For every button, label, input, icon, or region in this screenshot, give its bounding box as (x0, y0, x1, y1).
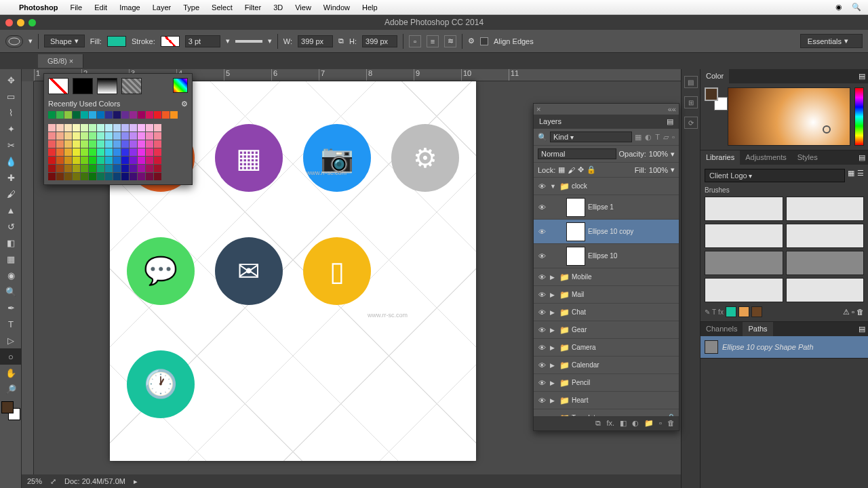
swatch-color[interactable] (121, 157, 129, 164)
swatch-color[interactable] (130, 140, 137, 148)
swatch-color[interactable] (97, 140, 104, 148)
swatch-color[interactable] (73, 132, 80, 140)
brush-preset[interactable] (786, 278, 865, 302)
layer-thumbnail[interactable] (566, 247, 585, 266)
lock-pos-icon[interactable]: ✥ (578, 165, 584, 174)
swatch-color[interactable] (56, 157, 64, 164)
swatch-color[interactable] (121, 173, 129, 180)
swatch-color[interactable] (130, 111, 137, 119)
menu-3d[interactable]: 3D (273, 3, 283, 12)
layer-name[interactable]: Templates (572, 414, 603, 416)
warning-icon[interactable]: ⚠ (843, 308, 850, 317)
swatch-color[interactable] (130, 173, 137, 180)
swatch-color[interactable] (154, 148, 161, 156)
brush-preset[interactable] (705, 197, 783, 221)
swatch-color[interactable] (81, 140, 88, 148)
color-chip[interactable] (726, 306, 736, 317)
properties-icon[interactable]: ⊞ (684, 96, 698, 108)
filter-smart-icon[interactable]: ▫ (672, 133, 675, 142)
swatch-color[interactable] (146, 157, 153, 164)
swatch-color[interactable] (154, 124, 161, 131)
swatch-color[interactable] (138, 111, 145, 119)
swatch-color[interactable] (48, 140, 56, 148)
adjustments-tab[interactable]: Adjustments (740, 150, 792, 165)
swatch-color[interactable] (146, 173, 153, 180)
hand-tool[interactable]: ✋ (0, 365, 22, 381)
layer-name[interactable]: Mail (572, 291, 584, 298)
color-chip[interactable] (738, 306, 749, 317)
visibility-icon[interactable]: 👁 (536, 396, 547, 405)
panel-menu-icon[interactable]: ▤ (856, 69, 868, 83)
swatch-color[interactable] (89, 173, 96, 180)
swatch-color[interactable] (97, 165, 104, 172)
foreground-color-well[interactable] (1, 401, 14, 413)
twist-icon[interactable]: ▼ (550, 183, 557, 190)
zoom-level[interactable]: 25% (27, 477, 42, 485)
brush-preset[interactable] (786, 197, 865, 221)
brush-preset[interactable] (705, 224, 783, 248)
swatch-color[interactable] (113, 165, 121, 172)
swatch-color[interactable] (56, 111, 64, 119)
menu-image[interactable]: Image (119, 3, 140, 12)
twist-icon[interactable]: ▶ (550, 344, 557, 351)
swatch-color[interactable] (64, 140, 72, 148)
swatch-color[interactable] (130, 132, 137, 140)
swatch-color[interactable] (146, 148, 153, 156)
swatch-color[interactable] (89, 148, 96, 156)
swatch-color[interactable] (121, 124, 129, 131)
swatch-color[interactable] (73, 173, 80, 180)
history-brush-tool[interactable]: ↺ (0, 218, 22, 235)
swatch-color[interactable] (105, 140, 113, 148)
delete-icon[interactable]: 🗑 (667, 419, 675, 428)
swatch-color[interactable] (56, 165, 64, 172)
panel-menu-icon[interactable]: ▤ (856, 150, 868, 165)
swatch-color[interactable] (146, 165, 153, 172)
swatch-color[interactable] (113, 173, 121, 180)
stroke-swatch[interactable] (161, 36, 180, 47)
type-tool[interactable]: T (0, 316, 22, 332)
swatch-color[interactable] (113, 111, 121, 119)
visibility-icon[interactable]: 👁 (536, 308, 547, 317)
lock-all-icon[interactable]: 🔒 (587, 165, 596, 174)
visibility-icon[interactable]: 👁 (536, 252, 547, 260)
swatch-color[interactable] (97, 148, 104, 156)
pattern-swatch[interactable] (121, 78, 142, 94)
lock-pixels-icon[interactable]: 🖌 (568, 166, 575, 174)
swatch-color[interactable] (154, 132, 161, 140)
swatch-color[interactable] (105, 173, 113, 180)
swatch-color[interactable] (56, 148, 64, 156)
brush-tool[interactable]: 🖌 (0, 186, 22, 202)
dodge-tool[interactable]: 🔍 (0, 283, 22, 300)
swatch-color[interactable] (154, 165, 161, 172)
filter-adjust-icon[interactable]: ◐ (645, 133, 652, 142)
swatch-color[interactable] (154, 157, 161, 164)
menu-type[interactable]: Type (183, 3, 199, 12)
stroke-style[interactable] (235, 40, 262, 43)
layer-name[interactable]: Camera (572, 344, 596, 351)
list-view-icon[interactable]: ☰ (857, 169, 864, 182)
twist-icon[interactable]: ▶ (550, 291, 557, 298)
panel-collapse-icon[interactable]: «« (668, 105, 676, 113)
layer-row[interactable]: 👁▶📁Pencil (534, 374, 679, 392)
crop-tool[interactable]: ✂ (0, 137, 22, 153)
visibility-icon[interactable]: 👁 (536, 203, 547, 211)
layers-tab[interactable]: Layers (539, 117, 561, 126)
swatch-color[interactable] (138, 157, 145, 164)
swatch-color[interactable] (154, 140, 161, 148)
swatch-color[interactable] (64, 148, 72, 156)
filter-type-icon[interactable]: T (655, 133, 660, 142)
expand-icon[interactable]: ⤢ (50, 477, 56, 486)
color-chip[interactable] (751, 306, 762, 317)
channels-tab[interactable]: Channels (701, 322, 743, 336)
window-maximize-button[interactable] (28, 19, 36, 26)
shape-mode-dropdown[interactable]: Shape ▾ (44, 35, 85, 47)
blur-tool[interactable]: ◉ (0, 267, 22, 283)
swatch-color[interactable] (154, 173, 161, 180)
layer-thumbnail[interactable] (566, 222, 585, 241)
visibility-icon[interactable]: 👁 (536, 228, 547, 236)
gradient-tool[interactable]: ▦ (0, 251, 22, 267)
filter-shape-icon[interactable]: ▱ (663, 133, 669, 142)
visibility-icon[interactable]: 👁 (536, 291, 547, 299)
filter-pixel-icon[interactable]: ▦ (635, 133, 642, 142)
workspace-dropdown[interactable]: Essentials ▾ (800, 34, 863, 48)
